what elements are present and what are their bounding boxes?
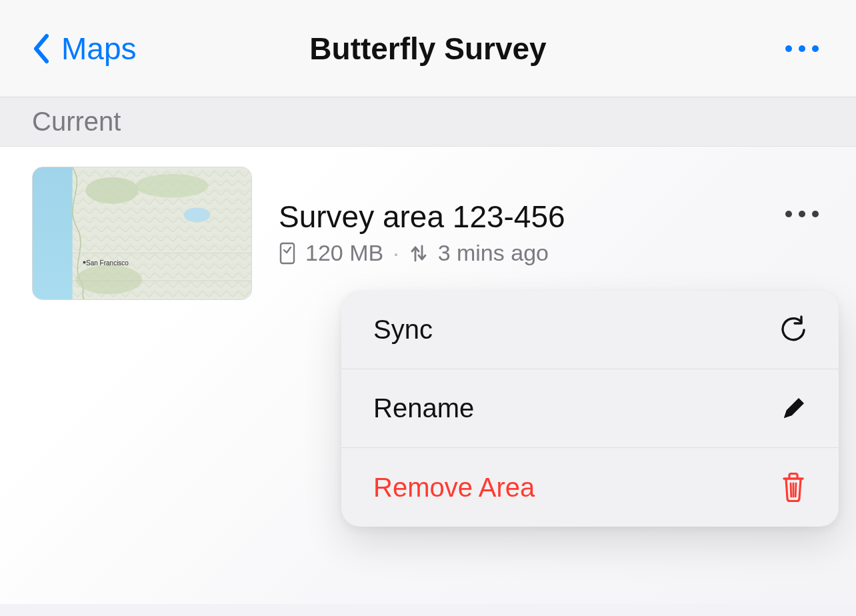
area-list-item[interactable]: San Francisco Survey area 123-456 120 MB…	[32, 167, 824, 300]
menu-label-sync: Sync	[373, 315, 433, 345]
area-meta: 120 MB · 3 mins ago	[279, 240, 824, 266]
sync-arrows-icon	[409, 242, 429, 265]
trash-icon	[780, 472, 807, 503]
area-sync-time: 3 mins ago	[438, 240, 549, 266]
menu-label-rename: Rename	[373, 393, 474, 423]
svg-point-5	[76, 265, 142, 295]
section-header-label: Current	[32, 107, 824, 137]
back-button[interactable]: Maps	[32, 31, 136, 67]
storage-icon	[279, 242, 296, 265]
menu-item-sync[interactable]: Sync	[341, 291, 839, 369]
svg-line-11	[791, 483, 791, 497]
svg-point-9	[83, 261, 86, 264]
area-title: Survey area 123-456	[279, 199, 824, 235]
area-info: Survey area 123-456 120 MB · 3 mins a	[279, 167, 824, 266]
chevron-left-icon	[32, 33, 49, 64]
area-size: 120 MB	[305, 240, 383, 266]
refresh-icon	[780, 315, 807, 345]
map-city-label: San Francisco	[86, 259, 129, 267]
back-label: Maps	[61, 31, 136, 67]
more-icon	[785, 211, 819, 217]
separator-dot: ·	[393, 240, 399, 266]
menu-item-remove[interactable]: Remove Area	[341, 448, 839, 527]
header-bar: Maps Butterfly Survey	[0, 0, 856, 97]
map-thumbnail: San Francisco	[32, 167, 252, 300]
more-icon	[785, 45, 819, 52]
area-context-menu: Sync Rename Remove Area	[341, 291, 839, 527]
page-title: Butterfly Survey	[309, 31, 546, 67]
svg-point-6	[184, 207, 211, 222]
section-header: Current	[0, 97, 856, 147]
svg-point-3	[86, 177, 139, 204]
menu-label-remove: Remove Area	[373, 473, 535, 503]
area-more-button[interactable]	[785, 211, 819, 217]
svg-line-13	[795, 483, 796, 497]
pencil-icon	[780, 395, 807, 422]
svg-rect-10	[281, 243, 294, 263]
menu-item-rename[interactable]: Rename	[341, 369, 839, 448]
header-more-button[interactable]	[785, 45, 819, 52]
svg-point-4	[135, 174, 208, 198]
